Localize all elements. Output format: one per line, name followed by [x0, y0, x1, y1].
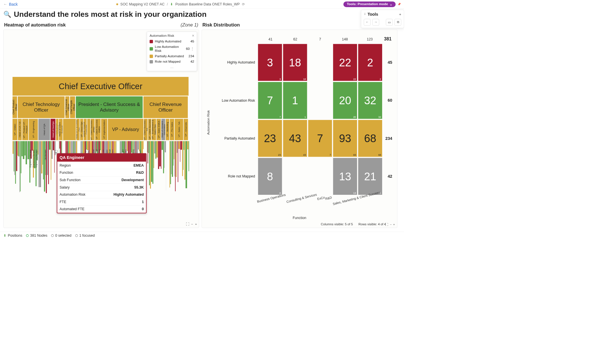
tm-leaf[interactable]: [170, 141, 171, 184]
tm-level2-box[interactable]: Chief Revenue Officer: [143, 96, 188, 118]
legend-more-icon[interactable]: ⋮: [191, 47, 194, 51]
pivot-cell[interactable]: 77: [308, 120, 332, 157]
tm-leaf[interactable]: [158, 141, 159, 169]
screen-icon-button[interactable]: ▭: [386, 19, 393, 26]
tm-level3-box[interactable]: VP - Channels: [184, 119, 188, 140]
tm-leaf[interactable]: [13, 141, 13, 154]
pivot-cell[interactable]: 9393: [333, 120, 357, 157]
tools-mode-pill[interactable]: Tools: Presentation mode ⌄: [343, 1, 396, 7]
tm-leaf[interactable]: [47, 141, 48, 175]
tm-leaf[interactable]: [152, 141, 153, 183]
tm-leaf[interactable]: [161, 141, 161, 169]
tm-leaf[interactable]: [87, 141, 89, 150]
tm-leaf[interactable]: [22, 141, 23, 156]
tm-leaf[interactable]: [184, 141, 186, 180]
pivot-cell[interactable]: [308, 158, 332, 195]
tm-leaf[interactable]: [41, 141, 42, 173]
zoom-out-icon[interactable]: −: [390, 223, 392, 226]
tm-level3-box[interactable]: VP - Client Success - APAC: [91, 119, 95, 140]
tm-level3-box[interactable]: VP - Pre-Sales: [170, 119, 174, 140]
tm-leaf[interactable]: [178, 141, 180, 149]
tm-level3-box[interactable]: VP - Product VP - Product: [22, 119, 28, 140]
pivot-cell[interactable]: 33: [258, 44, 282, 81]
tm-leaf[interactable]: [141, 141, 143, 155]
legend-row[interactable]: Role not Mapped42: [150, 60, 194, 64]
tm-leaf[interactable]: [40, 141, 41, 187]
pivot-cell[interactable]: 2222: [333, 44, 357, 81]
pivot-cell[interactable]: 11: [283, 82, 307, 119]
pivot-cell[interactable]: 2323: [258, 120, 282, 157]
tm-leaf[interactable]: [159, 141, 160, 166]
sb-positions[interactable]: Positions: [8, 234, 23, 238]
tm-level3-box[interactable]: VP - Advisory: [108, 119, 143, 140]
zoom-in-icon[interactable]: +: [393, 223, 395, 226]
tm-leaf[interactable]: [131, 141, 132, 153]
pivot-cell[interactable]: 77: [258, 82, 282, 119]
tm-level3-box[interactable]: VP Implementation: [101, 119, 107, 140]
tm-leaf[interactable]: [39, 141, 39, 187]
tm-leaf[interactable]: [28, 141, 29, 159]
tm-level2-box[interactable]: Chief Technology Officer: [18, 96, 64, 118]
tm-leaf[interactable]: [16, 141, 17, 171]
copy-icon-button[interactable]: ⧉: [394, 19, 401, 26]
tm-leaf[interactable]: [46, 141, 47, 193]
tm-leaf[interactable]: [165, 141, 166, 152]
zoom-out-icon[interactable]: −: [191, 222, 193, 226]
tm-leaf[interactable]: [38, 141, 38, 154]
pivot-cell[interactable]: 88: [258, 158, 282, 195]
pivot-cell[interactable]: 22: [358, 44, 382, 81]
nav-prev-button[interactable]: ←: [364, 19, 371, 26]
tm-leaf[interactable]: [15, 141, 16, 183]
tm-level3-box[interactable]: Head of UX / UI: [18, 119, 22, 140]
tm-level3-box[interactable]: Head of Client Support: [59, 119, 63, 140]
tm-level3-box[interactable]: Head Senior Architect: [56, 119, 58, 140]
tm-leaf[interactable]: [49, 141, 50, 150]
tm-leaf[interactable]: [155, 141, 156, 159]
tm-leaf[interactable]: [172, 141, 173, 177]
tm-level3-box[interactable]: Global Finance Controller: [84, 119, 87, 140]
tm-leaf[interactable]: [23, 141, 24, 159]
pivot-cell[interactable]: 2020: [333, 82, 357, 119]
pivot-cell[interactable]: 2121: [358, 158, 382, 195]
tm-level2-box[interactable]: Chief Product Officer: [13, 96, 17, 118]
breadcrumb-1[interactable]: SOC Mapping V2 ONET AC: [120, 2, 164, 6]
pivot-cell[interactable]: [308, 82, 332, 119]
tm-leaf[interactable]: [149, 141, 150, 185]
tm-leaf[interactable]: [154, 141, 154, 168]
tm-leaf[interactable]: [189, 141, 189, 171]
tm-level3-box[interactable]: VP - Client Success: [148, 119, 151, 140]
tm-level3-box[interactable]: VP - Enablement & Sales Ops: [152, 119, 156, 140]
nav-next-button[interactable]: →: [372, 19, 379, 26]
tm-leaf[interactable]: [150, 141, 151, 189]
fullscreen-icon[interactable]: ⛶: [186, 222, 189, 226]
tm-level3-box[interactable]: VP - OMAC: [13, 119, 17, 140]
refresh-icon[interactable]: ⟳: [242, 2, 245, 6]
tm-leaf[interactable]: [156, 141, 158, 158]
tm-leaf[interactable]: [162, 141, 163, 150]
breadcrumb-2[interactable]: Position Baseline Data ONET Roles_WP: [175, 2, 240, 6]
tm-leaf[interactable]: [86, 141, 87, 150]
tm-leaf[interactable]: [14, 141, 14, 171]
tm-level3-box[interactable]: [63, 119, 76, 140]
tm-leaf[interactable]: [44, 141, 45, 191]
tm-level3-box[interactable]: Head of QA: [38, 119, 50, 140]
tm-level3-box[interactable]: [87, 119, 90, 140]
tm-leaf[interactable]: [151, 141, 152, 182]
tm-leaf[interactable]: [48, 141, 49, 184]
back-link[interactable]: ← Back: [3, 2, 18, 7]
pivot-grid[interactable]: 41627148123 381 Highly Automated33181822…: [217, 37, 394, 211]
add-tool-icon[interactable]: +: [399, 12, 401, 16]
pivot-cell[interactable]: 4343: [283, 120, 307, 157]
drag-handle-icon[interactable]: ⠿: [364, 13, 366, 16]
legend-row[interactable]: Highly Automated45: [150, 40, 194, 44]
tm-level3-box[interactable]: VP - Client Success - NA: [144, 119, 148, 140]
tm-leaf[interactable]: [25, 141, 25, 155]
pivot-cell[interactable]: 1313: [333, 158, 357, 195]
fullscreen-icon[interactable]: ⛶: [385, 223, 388, 226]
tm-level3-box[interactable]: VP - Client Success EMEA: [95, 119, 101, 140]
tm-level3-box[interactable]: VP - Cloud Ops: [80, 119, 83, 140]
pin-icon[interactable]: 📌: [398, 3, 401, 6]
pivot-cell[interactable]: 3232: [358, 82, 382, 119]
zoom-in-icon[interactable]: +: [195, 222, 197, 226]
tm-level3-box[interactable]: VP - Engineering: [29, 119, 38, 140]
